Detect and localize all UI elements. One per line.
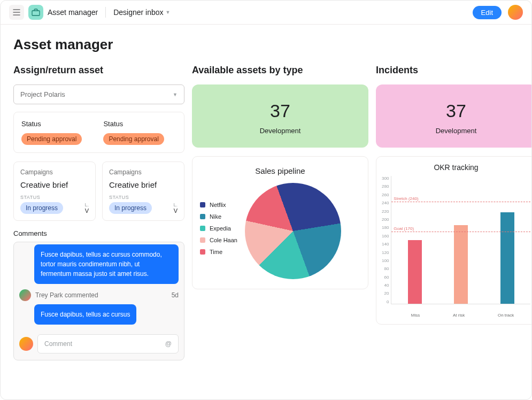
x-tick-label: On track bbox=[498, 313, 514, 318]
comment-bubble: Fusce dapibus, tellus ac cursus bbox=[34, 304, 136, 325]
comments-section: Comments Fusce dapibus, tellus ac cursus… bbox=[13, 229, 184, 360]
y-tick: 280 bbox=[382, 184, 389, 189]
stat-value: 37 bbox=[192, 101, 368, 121]
campaigns-row: Campaigns Creative brief STATUS In progr… bbox=[13, 161, 184, 221]
y-axis: 3002802602402202001801601401201008060402… bbox=[382, 176, 391, 304]
comment-placeholder: Comment bbox=[44, 340, 72, 348]
menu-button[interactable] bbox=[9, 5, 24, 20]
project-select[interactable]: Project Polaris ▼ bbox=[13, 84, 184, 104]
pie-legend: NetflixNikeExpediaCole HaanTime bbox=[200, 202, 237, 260]
edit-button[interactable]: Edit bbox=[473, 6, 502, 19]
stat-card-available: 37 Development bbox=[192, 84, 368, 148]
l-value: V bbox=[173, 207, 178, 214]
status-box: Status Pending approval Status Pending a… bbox=[13, 112, 184, 153]
y-tick: 20 bbox=[382, 291, 389, 296]
y-tick: 300 bbox=[382, 176, 389, 181]
reference-line bbox=[391, 232, 530, 232]
bars bbox=[391, 176, 530, 304]
legend-label: Time bbox=[210, 249, 222, 255]
hamburger-icon bbox=[13, 9, 20, 16]
y-tick: 60 bbox=[382, 275, 389, 280]
legend-item: Cole Haan bbox=[200, 237, 237, 243]
assign-heading: Assign/return asset bbox=[13, 65, 184, 76]
mention-icon[interactable]: @ bbox=[165, 340, 172, 348]
pie-chart bbox=[245, 183, 341, 279]
comment-bubble: Fusce dapibus, tellus ac cursus commodo,… bbox=[34, 244, 179, 284]
y-tick: 0 bbox=[382, 299, 389, 304]
stat-label: Development bbox=[376, 127, 532, 135]
status-badge: Pending approval bbox=[21, 133, 82, 145]
l-col-header: L. bbox=[84, 202, 89, 207]
campaign-card[interactable]: Campaigns Creative brief STATUS In progr… bbox=[13, 161, 96, 221]
user-avatar[interactable] bbox=[508, 5, 523, 20]
okr-chart-card: OKR tracking 300280260240220200180160140… bbox=[376, 156, 532, 325]
divider bbox=[105, 7, 106, 18]
y-tick: 200 bbox=[382, 217, 389, 222]
available-panel: Available assets by type 37 Development … bbox=[192, 65, 368, 360]
briefcase-icon bbox=[32, 9, 40, 16]
l-value: V bbox=[84, 207, 89, 214]
legend-item: Netflix bbox=[200, 202, 237, 208]
y-tick: 120 bbox=[382, 250, 389, 255]
comment-time: 5d bbox=[172, 291, 179, 299]
campaign-status: In progress bbox=[109, 202, 152, 214]
reference-label: Stretch (240) bbox=[394, 196, 418, 201]
bar-plot: Stretch (240)Goal (170) bbox=[391, 176, 530, 304]
legend-label: Netflix bbox=[210, 202, 226, 208]
stat-value: 37 bbox=[376, 101, 532, 121]
incidents-panel: Incidents 37 Development OKR tracking 30… bbox=[376, 65, 532, 360]
app-icon bbox=[28, 5, 43, 20]
project-select-value: Project Polaris bbox=[20, 90, 65, 98]
stat-card-incidents: 37 Development bbox=[376, 84, 532, 148]
chart-title: Sales pipeline bbox=[200, 166, 360, 175]
legend-swatch bbox=[200, 226, 205, 231]
svg-rect-0 bbox=[32, 11, 40, 16]
bar bbox=[500, 212, 514, 304]
status-col-header: STATUS bbox=[20, 195, 63, 200]
legend-swatch bbox=[200, 202, 205, 207]
workspace-label: Designer inbox bbox=[113, 8, 163, 17]
comments-box: Fusce dapibus, tellus ac cursus commodo,… bbox=[13, 242, 184, 360]
y-tick: 260 bbox=[382, 193, 389, 197]
chart-title: OKR tracking bbox=[382, 163, 530, 172]
bar bbox=[408, 240, 422, 304]
y-tick: 180 bbox=[382, 225, 389, 230]
bar bbox=[454, 225, 468, 304]
reference-line bbox=[391, 202, 530, 202]
legend-swatch bbox=[200, 249, 205, 255]
legend-item: Nike bbox=[200, 213, 237, 220]
incidents-heading: Incidents bbox=[376, 65, 532, 76]
campaigns-label: Campaigns bbox=[109, 168, 178, 176]
comment-input[interactable]: Comment @ bbox=[37, 334, 179, 353]
topbar: Asset manager Designer inbox ▼ Edit bbox=[1, 1, 531, 25]
x-tick-label: At risk bbox=[453, 313, 465, 318]
y-tick: 160 bbox=[382, 234, 389, 239]
legend-swatch bbox=[200, 237, 205, 243]
current-user-avatar bbox=[19, 337, 33, 351]
legend-label: Expedia bbox=[210, 225, 231, 232]
status-badge: Pending approval bbox=[103, 133, 164, 145]
l-col-header: L. bbox=[173, 202, 178, 207]
page-title: Asset manager bbox=[1, 25, 531, 65]
status-col-header: STATUS bbox=[109, 195, 152, 200]
legend-item: Expedia bbox=[200, 225, 237, 232]
y-tick: 140 bbox=[382, 242, 389, 247]
y-tick: 80 bbox=[382, 266, 389, 271]
workspace-dropdown[interactable]: Designer inbox ▼ bbox=[113, 8, 170, 17]
campaign-title: Creative brief bbox=[20, 180, 89, 189]
y-tick: 100 bbox=[382, 258, 389, 263]
assign-panel: Assign/return asset Project Polaris ▼ St… bbox=[13, 65, 184, 360]
campaign-card[interactable]: Campaigns Creative brief STATUS In progr… bbox=[102, 161, 184, 221]
x-axis-labels: MissAt riskOn track bbox=[395, 313, 530, 318]
comments-heading: Comments bbox=[13, 229, 184, 237]
x-tick-label: Miss bbox=[411, 313, 420, 318]
campaign-status: In progress bbox=[20, 202, 63, 214]
comment-author: Trey Park commented bbox=[35, 291, 167, 299]
chevron-down-icon: ▼ bbox=[166, 10, 171, 15]
stat-label: Development bbox=[192, 127, 368, 135]
y-tick: 40 bbox=[382, 283, 389, 288]
pie-chart-card: Sales pipeline NetflixNikeExpediaCole Ha… bbox=[192, 156, 368, 289]
app-title: Asset manager bbox=[48, 8, 98, 17]
commenter-avatar bbox=[19, 289, 31, 301]
legend-swatch bbox=[200, 214, 205, 219]
